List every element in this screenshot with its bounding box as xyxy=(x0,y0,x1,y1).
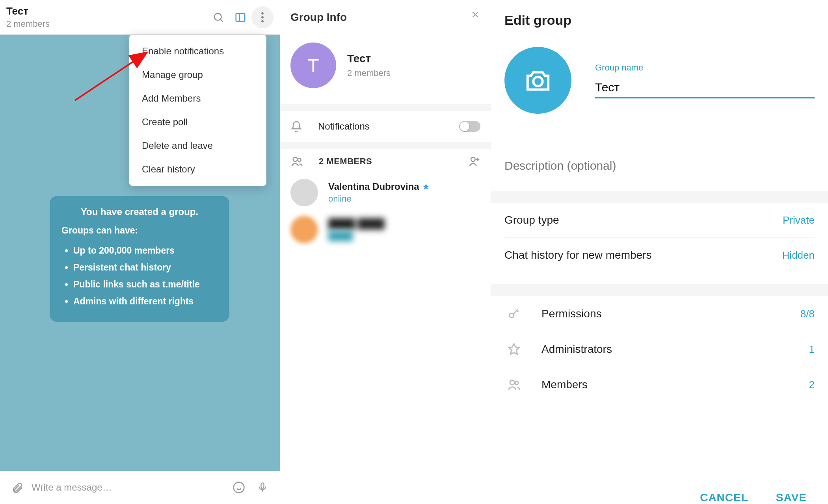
svg-point-0 xyxy=(214,13,221,20)
members-value: 2 xyxy=(809,379,815,391)
members-label: Members xyxy=(541,378,791,391)
info-group-sub: 2 members xyxy=(347,68,391,78)
save-button[interactable]: SAVE xyxy=(776,491,807,504)
svg-point-3 xyxy=(261,16,264,19)
member-status: online xyxy=(328,194,430,204)
search-icon[interactable] xyxy=(207,6,229,28)
group-type-label: Group type xyxy=(504,214,765,226)
chat-history-value: Hidden xyxy=(782,249,815,261)
group-name-label: Group name xyxy=(595,63,815,73)
menu-enable-notifications[interactable]: Enable notifications xyxy=(129,39,266,63)
sidebar-toggle-icon[interactable] xyxy=(229,6,251,28)
divider xyxy=(280,142,491,149)
service-feature-item: Persistent chat history xyxy=(73,259,218,276)
member-row[interactable]: Valentina Dubrovina★ online xyxy=(280,174,491,211)
menu-delete-leave[interactable]: Delete and leave xyxy=(129,134,266,158)
svg-rect-7 xyxy=(261,483,264,488)
svg-point-12 xyxy=(510,313,514,318)
change-photo-button[interactable] xyxy=(504,47,571,114)
svg-point-10 xyxy=(471,157,475,161)
info-profile[interactable]: T Тест 2 members xyxy=(280,35,491,104)
member-name: ████ ████ xyxy=(328,218,385,229)
group-type-value: Private xyxy=(783,214,815,226)
divider xyxy=(280,104,491,111)
group-avatar: T xyxy=(290,43,336,88)
members-icon xyxy=(504,378,523,391)
permissions-row[interactable]: Permissions 8/8 xyxy=(504,296,815,332)
svg-point-13 xyxy=(510,380,514,385)
permissions-value: 8/8 xyxy=(800,308,815,320)
context-menu: Enable notifications Manage group Add Me… xyxy=(129,35,266,186)
info-title: Group Info xyxy=(290,11,347,24)
attach-icon[interactable] xyxy=(8,478,27,497)
service-feature-item: Public links such as t.me/title xyxy=(73,276,218,293)
info-header: Group Info xyxy=(280,0,491,35)
service-feature-item: Admins with different rights xyxy=(73,293,218,310)
permissions-label: Permissions xyxy=(541,308,782,320)
chat-header-title-block[interactable]: Тест 2 members xyxy=(6,5,207,29)
chat-history-row[interactable]: Chat history for new members Hidden xyxy=(504,237,815,272)
chat-header: Тест 2 members xyxy=(0,0,280,35)
more-icon[interactable] xyxy=(251,6,274,28)
star-icon xyxy=(504,343,523,356)
menu-create-poll[interactable]: Create poll xyxy=(129,110,266,134)
cancel-button[interactable]: CANCEL xyxy=(700,491,748,504)
group-type-row[interactable]: Group type Private xyxy=(504,203,815,237)
close-icon[interactable] xyxy=(470,9,480,20)
member-status: ████ xyxy=(328,231,385,241)
service-message-title: You have created a group. xyxy=(61,206,218,217)
svg-point-14 xyxy=(515,382,519,385)
members-count: 2 MEMBERS xyxy=(319,156,452,167)
add-member-icon[interactable] xyxy=(468,155,480,168)
key-icon xyxy=(504,307,523,321)
notifications-toggle[interactable] xyxy=(459,121,480,132)
star-icon: ★ xyxy=(422,182,430,191)
edit-title: Edit group xyxy=(504,13,815,28)
service-message-sub: Groups can have: xyxy=(61,225,218,236)
chat-title: Тест xyxy=(6,5,207,17)
notifications-label: Notifications xyxy=(318,121,443,132)
divider xyxy=(491,191,828,203)
member-row[interactable]: ████ ████ ████ xyxy=(280,211,491,248)
bell-icon xyxy=(290,120,302,132)
group-name-input[interactable] xyxy=(595,78,815,98)
divider xyxy=(491,284,828,296)
svg-point-11 xyxy=(533,77,542,86)
chat-subtitle: 2 members xyxy=(6,19,207,29)
members-row[interactable]: Members 2 xyxy=(504,367,815,402)
svg-point-4 xyxy=(261,20,264,22)
service-feature-item: Up to 200,000 members xyxy=(73,242,218,259)
camera-icon xyxy=(524,69,552,92)
chat-history-label: Chat history for new members xyxy=(504,249,764,261)
member-name: Valentina Dubrovina xyxy=(328,181,419,192)
svg-point-8 xyxy=(293,157,298,161)
message-input[interactable]: Write a message… xyxy=(32,482,225,493)
menu-manage-group[interactable]: Manage group xyxy=(129,63,266,87)
menu-add-members[interactable]: Add Members xyxy=(129,87,266,110)
members-icon xyxy=(290,155,303,168)
svg-rect-1 xyxy=(236,13,245,21)
description-input[interactable] xyxy=(504,155,815,179)
service-message: You have created a group. Groups can hav… xyxy=(50,196,229,322)
svg-point-6 xyxy=(234,482,244,493)
voice-icon[interactable] xyxy=(253,478,272,497)
svg-point-9 xyxy=(298,158,301,161)
notifications-row[interactable]: Notifications xyxy=(280,111,491,142)
administrators-row[interactable]: Administrators 1 xyxy=(504,332,815,367)
svg-point-2 xyxy=(261,12,264,15)
menu-clear-history[interactable]: Clear history xyxy=(129,158,266,181)
emoji-icon[interactable] xyxy=(229,478,248,497)
members-header: 2 MEMBERS xyxy=(280,149,491,174)
info-group-name: Тест xyxy=(347,52,391,65)
message-composer: Write a message… xyxy=(0,471,280,504)
avatar xyxy=(290,179,318,206)
administrators-value: 1 xyxy=(809,343,815,356)
administrators-label: Administrators xyxy=(541,343,791,356)
avatar xyxy=(290,216,318,243)
